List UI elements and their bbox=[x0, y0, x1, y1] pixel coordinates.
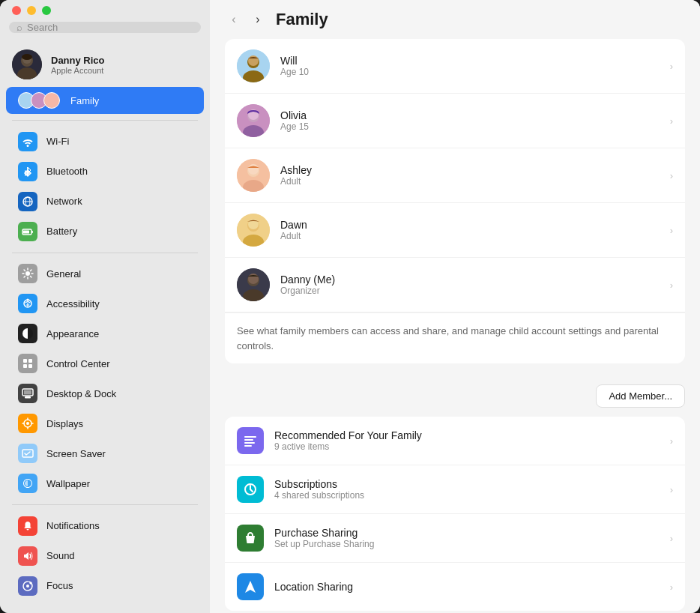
main-header: ‹ › Family bbox=[210, 0, 700, 39]
svg-point-4 bbox=[22, 54, 32, 60]
member-role-olivia: Age 15 bbox=[280, 121, 660, 132]
feature-sub-subscriptions: 4 shared subscriptions bbox=[274, 490, 660, 501]
content-scroll: Will Age 10 › bbox=[210, 39, 700, 613]
feature-row-recommended[interactable]: Recommended For Your Family 9 active ite… bbox=[225, 417, 685, 465]
add-member-button[interactable]: Add Member... bbox=[596, 384, 685, 408]
svg-rect-49 bbox=[244, 445, 252, 447]
displays-icon bbox=[18, 414, 37, 433]
svg-point-37 bbox=[248, 164, 259, 175]
minimize-button[interactable] bbox=[27, 6, 36, 15]
member-name-danny: Danny (Me) bbox=[280, 274, 660, 286]
svg-rect-15 bbox=[23, 359, 27, 363]
member-avatar-danny bbox=[237, 268, 270, 301]
maximize-button[interactable] bbox=[42, 6, 51, 15]
avatar bbox=[12, 49, 42, 79]
recommended-icon bbox=[237, 427, 264, 454]
sidebar-item-family[interactable]: Family bbox=[6, 87, 204, 114]
search-icon: ⌕ bbox=[16, 22, 22, 33]
subscriptions-icon bbox=[237, 476, 264, 503]
feature-info-location-sharing: Location Sharing bbox=[274, 581, 660, 593]
member-name-olivia: Olivia bbox=[280, 109, 660, 121]
sidebar-item-label-bluetooth: Bluetooth bbox=[46, 166, 88, 177]
member-info-ashley: Ashley Adult bbox=[280, 164, 660, 187]
feature-info-subscriptions: Subscriptions 4 shared subscriptions bbox=[274, 478, 660, 501]
feature-row-location-sharing[interactable]: Location Sharing › bbox=[225, 563, 685, 611]
sidebar-item-general[interactable]: General bbox=[6, 259, 204, 289]
svg-rect-18 bbox=[28, 364, 32, 368]
user-account-item[interactable]: Danny Rico Apple Account bbox=[0, 42, 210, 87]
back-button[interactable]: ‹ bbox=[225, 10, 243, 28]
member-row-dawn[interactable]: Dawn Adult › bbox=[225, 203, 685, 258]
control-center-icon bbox=[18, 354, 37, 373]
members-card: Will Age 10 › bbox=[225, 39, 685, 363]
feature-name-purchase-sharing: Purchase Sharing bbox=[274, 527, 660, 539]
location-sharing-icon bbox=[237, 573, 264, 600]
sidebar-item-label-family: Family bbox=[70, 95, 99, 106]
wallpaper-icon bbox=[18, 474, 37, 493]
close-button[interactable] bbox=[12, 6, 21, 15]
appearance-icon bbox=[18, 324, 37, 343]
sidebar: ⌕ Search Danny Rico Apple Account bbox=[0, 0, 210, 613]
sidebar-item-sound[interactable]: Sound bbox=[6, 541, 204, 571]
svg-rect-9 bbox=[31, 231, 33, 233]
chevron-icon-recommended: › bbox=[670, 435, 673, 447]
sidebar-item-label-general: General bbox=[46, 268, 81, 280]
sidebar-item-accessibility[interactable]: Accessibility bbox=[6, 289, 204, 318]
sidebar-item-label-wallpaper: Wallpaper bbox=[46, 478, 90, 489]
search-bar[interactable]: ⌕ Search bbox=[9, 22, 201, 34]
svg-rect-21 bbox=[24, 390, 31, 395]
svg-point-25 bbox=[26, 585, 29, 588]
titlebar bbox=[0, 0, 210, 22]
sidebar-item-wifi[interactable]: Wi-Fi bbox=[6, 127, 204, 157]
member-row-olivia[interactable]: Olivia Age 15 › bbox=[225, 94, 685, 148]
sidebar-item-displays[interactable]: Displays bbox=[6, 408, 204, 438]
sidebar-item-label-desktop-dock: Desktop & Dock bbox=[46, 388, 116, 399]
svg-point-23 bbox=[26, 422, 29, 425]
features-card: Recommended For Your Family 9 active ite… bbox=[225, 417, 685, 611]
svg-rect-46 bbox=[244, 436, 256, 438]
sidebar-item-battery[interactable]: Battery bbox=[6, 217, 204, 247]
chevron-icon-location-sharing: › bbox=[670, 582, 673, 593]
member-name-dawn: Dawn bbox=[280, 219, 660, 231]
sidebar-item-control-center[interactable]: Control Center bbox=[6, 348, 204, 378]
svg-rect-20 bbox=[25, 396, 31, 399]
family-avatar-3 bbox=[43, 92, 60, 109]
member-info-will: Will Age 10 bbox=[280, 55, 660, 77]
member-info-dawn: Dawn Adult bbox=[280, 219, 660, 241]
desktop-dock-icon bbox=[18, 384, 37, 403]
member-name-will: Will bbox=[280, 55, 660, 67]
sidebar-item-bluetooth[interactable]: Bluetooth bbox=[6, 157, 204, 187]
accessibility-icon bbox=[18, 294, 37, 313]
forward-button[interactable]: › bbox=[249, 10, 267, 28]
member-row-ashley[interactable]: Ashley Adult › bbox=[225, 148, 685, 203]
chevron-icon-purchase-sharing: › bbox=[670, 533, 673, 544]
screen-saver-icon bbox=[18, 444, 37, 463]
member-name-ashley: Ashley bbox=[280, 164, 660, 176]
member-row-will[interactable]: Will Age 10 › bbox=[225, 39, 685, 94]
member-row-danny[interactable]: Danny (Me) Organizer › bbox=[225, 258, 685, 312]
feature-info-recommended: Recommended For Your Family 9 active ite… bbox=[274, 429, 660, 452]
member-role-ashley: Adult bbox=[280, 176, 660, 187]
sidebar-item-label-notifications: Notifications bbox=[46, 520, 100, 531]
main-content: ‹ › Family bbox=[210, 0, 700, 613]
feature-row-purchase-sharing[interactable]: Purchase Sharing Set up Purchase Sharing… bbox=[225, 514, 685, 563]
sidebar-item-screen-saver[interactable]: Screen Saver bbox=[6, 438, 204, 468]
svg-rect-10 bbox=[23, 230, 29, 233]
sidebar-item-wallpaper[interactable]: Wallpaper bbox=[6, 468, 204, 498]
sidebar-item-appearance[interactable]: Appearance bbox=[6, 318, 204, 348]
feature-name-location-sharing: Location Sharing bbox=[274, 581, 660, 593]
sidebar-item-label-network: Network bbox=[46, 196, 82, 207]
feature-row-subscriptions[interactable]: Subscriptions 4 shared subscriptions › bbox=[225, 465, 685, 514]
user-subtitle: Apple Account bbox=[51, 66, 105, 75]
sidebar-item-network[interactable]: Network bbox=[6, 187, 204, 217]
svg-rect-17 bbox=[23, 364, 27, 368]
feature-sub-purchase-sharing: Set up Purchase Sharing bbox=[274, 539, 660, 549]
sidebar-item-desktop-dock[interactable]: Desktop & Dock bbox=[6, 378, 204, 408]
sidebar-item-notifications[interactable]: Notifications bbox=[6, 511, 204, 541]
sidebar-item-focus[interactable]: Focus bbox=[6, 571, 204, 601]
chevron-icon-olivia: › bbox=[670, 115, 673, 127]
sidebar-item-label-displays: Displays bbox=[46, 418, 83, 429]
main-window: ⌕ Search Danny Rico Apple Account bbox=[0, 0, 700, 613]
svg-point-11 bbox=[25, 271, 30, 276]
divider-3 bbox=[12, 504, 198, 505]
